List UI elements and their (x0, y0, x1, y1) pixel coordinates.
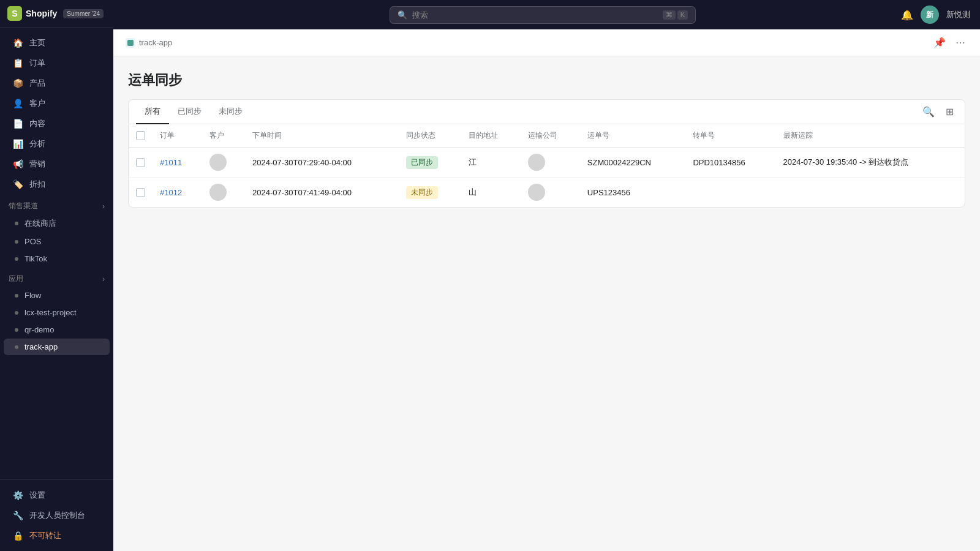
discounts-icon: 🏷️ (12, 179, 23, 190)
row1-carrier (521, 148, 580, 178)
row1-checkbox[interactable] (136, 158, 145, 167)
apps-section: 应用 › (0, 268, 113, 287)
sidebar-item-track-app[interactable]: track-app (4, 339, 110, 355)
row2-carrier (521, 178, 580, 208)
sidebar-item-content[interactable]: 📄 内容 (4, 114, 110, 133)
customer-avatar-2 (209, 184, 227, 201)
order-link-1011[interactable]: #1011 (160, 158, 182, 167)
select-all-col (129, 124, 153, 148)
sidebar-item-content-label: 内容 (29, 118, 45, 129)
sidebar-item-customers[interactable]: 👤 客户 (4, 94, 110, 113)
row2-order-time: 2024-07-30T07:41:49-04:00 (245, 178, 398, 208)
orders-icon: 📋 (12, 58, 23, 69)
select-all-checkbox[interactable] (136, 131, 145, 140)
table-row: #1012 2024-07-30T07:41:49-04:00 未同步 山 (129, 178, 965, 208)
sidebar-item-products[interactable]: 📦 产品 (4, 73, 110, 93)
settings-icon: ⚙️ (12, 490, 23, 501)
main-area: 🔍 ⌘ K 🔔 新 新悦测 track-app � (113, 0, 980, 551)
page-title: 运单同步 (128, 71, 965, 89)
row1-destination: 江 (461, 148, 521, 178)
dev-console-icon: 🔧 (12, 510, 23, 521)
sidebar-item-settings-label: 设置 (29, 490, 45, 501)
sidebar-item-tiktok-label: TikTok (24, 254, 47, 263)
search-table-button[interactable]: 🔍 (919, 103, 938, 120)
more-button[interactable]: ⋯ (953, 34, 968, 51)
row2-customer (202, 178, 245, 208)
sidebar-item-flow-label: Flow (24, 291, 41, 300)
sidebar-item-pos[interactable]: POS (4, 233, 110, 250)
products-icon: 📦 (12, 78, 23, 89)
table-header: 订单 客户 下单时间 同步状态 目的地址 运输公司 运单号 转单号 最新运踪 (129, 124, 965, 148)
row2-latest-track (776, 178, 965, 208)
table-card: 所有 已同步 未同步 🔍 ⊞ (128, 99, 965, 208)
user-name[interactable]: 新悦测 (946, 9, 970, 20)
search-input-wrap[interactable]: 🔍 ⌘ K (390, 6, 696, 24)
sales-channels-section: 销售渠道 › (0, 195, 113, 214)
row2-transfer (685, 178, 775, 208)
apps-expand-icon[interactable]: › (102, 275, 105, 283)
tab-all[interactable]: 所有 (136, 100, 169, 124)
filter-table-button[interactable]: ⊞ (942, 103, 957, 120)
carrier-avatar-1 (528, 154, 545, 171)
sidebar: S Shopify Summer '24 🏠 主页 📋 订单 📦 产品 👤 客户… (0, 0, 113, 551)
col-latest-track: 最新运踪 (776, 124, 965, 148)
home-icon: 🏠 (12, 37, 23, 48)
sidebar-item-lcx-test-project[interactable]: lcx-test-project (4, 304, 110, 321)
status-badge-1: 已同步 (406, 156, 438, 169)
notification-button[interactable]: 🔔 (901, 9, 913, 21)
tab-bar: 所有 已同步 未同步 🔍 ⊞ (129, 100, 965, 124)
sales-channels-expand-icon[interactable]: › (102, 202, 105, 211)
content-area: track-app 📌 ⋯ 运单同步 所有 已同步 未同步 🔍 (113, 29, 980, 551)
lcx-dot (15, 311, 18, 315)
col-transfer: 转单号 (685, 124, 775, 148)
shopify-logo-icon: S (7, 6, 22, 21)
order-link-1012[interactable]: #1012 (160, 188, 182, 197)
user-avatar[interactable]: 新 (921, 6, 939, 24)
row1-customer (202, 148, 245, 178)
lock-icon: 🔒 (12, 530, 23, 541)
sidebar-item-pos-label: POS (24, 237, 41, 246)
qr-demo-dot (15, 328, 18, 332)
search-bar: 🔍 ⌘ K (390, 6, 696, 24)
tab-unsynced[interactable]: 未同步 (210, 100, 251, 124)
tab-synced[interactable]: 已同步 (169, 100, 210, 124)
sidebar-item-marketing[interactable]: 📢 营销 (4, 154, 110, 174)
marketing-icon: 📢 (12, 159, 23, 170)
sidebar-item-online-store[interactable]: 在线商店 (4, 214, 110, 233)
content-icon: 📄 (12, 118, 23, 129)
sidebar-item-tiktok[interactable]: TikTok (4, 250, 110, 267)
row1-transfer: DPD10134856 (685, 148, 775, 178)
sidebar-item-track-app-label: track-app (24, 342, 58, 351)
col-sync-status: 同步状态 (399, 124, 461, 148)
row1-select (129, 148, 153, 178)
sidebar-item-orders[interactable]: 📋 订单 (4, 53, 110, 73)
sidebar-item-dev-console[interactable]: 🔧 开发人员控制台 (4, 506, 110, 525)
row2-checkbox[interactable] (136, 188, 145, 197)
page-content: 运单同步 所有 已同步 未同步 🔍 ⊞ (113, 56, 980, 222)
carrier-avatar-2 (528, 184, 545, 201)
sidebar-item-analytics[interactable]: 📊 分析 (4, 134, 110, 154)
row2-order: #1012 (153, 178, 202, 208)
sidebar-item-settings[interactable]: ⚙️ 设置 (4, 485, 110, 505)
summer-badge: Summer '24 (63, 9, 104, 18)
breadcrumb-bar: track-app 📌 ⋯ (113, 29, 980, 56)
sidebar-item-discounts[interactable]: 🏷️ 折扣 (4, 174, 110, 194)
sidebar-item-home[interactable]: 🏠 主页 (4, 33, 110, 53)
table-header-row: 订单 客户 下单时间 同步状态 目的地址 运输公司 运单号 转单号 最新运踪 (129, 124, 965, 148)
sidebar-item-analytics-label: 分析 (29, 138, 45, 149)
pin-button[interactable]: 📌 (931, 34, 948, 51)
sidebar-item-flow[interactable]: Flow (4, 287, 110, 304)
orders-table: 订单 客户 下单时间 同步状态 目的地址 运输公司 运单号 转单号 最新运踪 (129, 124, 965, 207)
row1-sync-status: 已同步 (399, 148, 461, 178)
flow-dot (15, 294, 18, 298)
svg-rect-0 (127, 40, 134, 46)
col-destination: 目的地址 (461, 124, 521, 148)
sidebar-item-qr-demo-label: qr-demo (24, 325, 54, 334)
sidebar-header: S Shopify Summer '24 (0, 0, 113, 28)
row1-tracking: SZM00024229CN (580, 148, 686, 178)
sidebar-item-qr-demo[interactable]: qr-demo (4, 321, 110, 338)
sidebar-item-non-transferable[interactable]: 🔒 不可转让 (4, 526, 110, 545)
search-shortcut: ⌘ K (663, 10, 688, 20)
search-input[interactable] (412, 10, 658, 20)
row2-sync-status: 未同步 (399, 178, 461, 208)
